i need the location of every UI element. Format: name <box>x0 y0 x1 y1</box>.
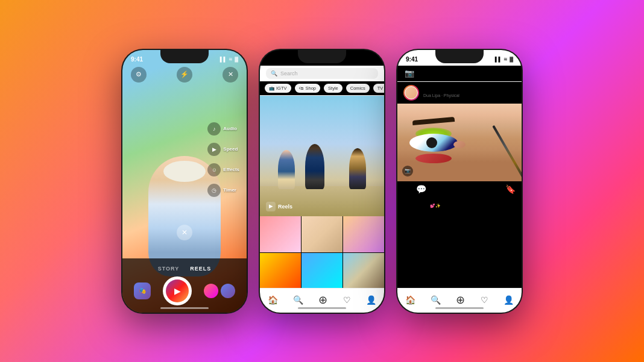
tab-comics[interactable]: Comics <box>346 84 370 93</box>
reels-label: ▶ Reels <box>266 202 292 211</box>
home-indicator-1 <box>160 307 209 309</box>
audio-label: Audio <box>223 126 237 131</box>
camera-header-icon[interactable]: 📷 <box>405 69 414 78</box>
nav-activity-2[interactable]: ♡ <box>343 295 351 305</box>
save-button[interactable]: 🔖 <box>505 184 516 194</box>
comment-button[interactable]: 💬 <box>416 184 426 194</box>
search-placeholder-text: Search <box>280 70 298 76</box>
lips <box>415 154 452 163</box>
grid-cell-6[interactable] <box>343 253 384 288</box>
status-time-3: 9:41 <box>406 56 418 63</box>
post-caption: leticiagomes 💕✨ <box>403 204 516 208</box>
hero-reel[interactable]: ▶ Reels <box>260 96 384 216</box>
grid-cell-1[interactable] <box>260 216 301 252</box>
eye <box>409 134 458 152</box>
username[interactable]: leticiafgomes <box>423 88 459 93</box>
explore-grid: ▶ Reels <box>260 96 384 288</box>
share-button[interactable]: ✈ <box>431 184 438 194</box>
effect-btn-1[interactable] <box>204 284 218 298</box>
shop-icon: 🛍 <box>299 86 304 91</box>
phone-2-explore: 9:41 ▌▌ ≋ ▓ 🔍 Search 📺 IGTV <box>259 49 385 314</box>
header-right-icons: ✈ <box>508 69 514 78</box>
caption-text: 💕✨ <box>430 204 441 208</box>
igtv-icon: 📺 <box>269 86 274 91</box>
reels-shutter-inner: ▶ <box>166 279 189 302</box>
like-button[interactable]: ♡ <box>403 184 411 194</box>
effect-btn-2[interactable] <box>221 284 235 298</box>
post-more-button[interactable]: ... <box>507 88 516 98</box>
grid-cell-5[interactable] <box>301 253 343 288</box>
status-bar-1: 9:41 ▌▌ ≋ ▓ <box>122 50 247 66</box>
reels-icon: ▶ <box>266 202 276 211</box>
caption-username[interactable]: leticiagomes <box>403 204 429 208</box>
nav-home-2[interactable]: 🏠 <box>268 295 278 305</box>
close-icon[interactable]: ✕ <box>223 67 238 83</box>
post-actions: ♡ 💬 ✈ 🔖 <box>397 181 522 197</box>
nav-add-3[interactable]: ⊕ <box>456 293 465 307</box>
phone-1-camera: 9:41 ▌▌ ≋ ▓ ⚙ ⚡ ✕ <box>121 49 248 314</box>
user-avatar[interactable] <box>403 85 419 101</box>
search-icon: 🔍 <box>271 70 277 76</box>
signal-icon-2: ▌▌ <box>358 57 364 62</box>
speed-label: Speed <box>223 146 238 152</box>
post-header: leticiafgomes Dua Lipa · Physical ... <box>397 82 522 104</box>
nav-profile-2[interactable]: 👤 <box>366 295 376 305</box>
pupil <box>426 137 437 148</box>
effects-tool[interactable]: ☺ Effects <box>207 163 239 176</box>
nav-home-3[interactable]: 🏠 <box>405 295 415 305</box>
nav-profile-3[interactable]: 👤 <box>504 295 514 305</box>
tab-igtv[interactable]: 📺 IGTV <box>265 84 291 93</box>
camera-top-icons: ⚙ ⚡ ✕ <box>122 67 247 83</box>
grid-cell-3[interactable] <box>343 216 384 252</box>
likes-text: Liked by kenzoere and others <box>403 197 516 202</box>
nav-search-2[interactable]: 🔍 <box>293 295 303 305</box>
reels-mode-label[interactable]: REELS <box>190 266 211 272</box>
effects-icon: ☺ <box>207 163 221 176</box>
grid-cell-4[interactable] <box>260 253 301 288</box>
audio-tool[interactable]: ♪ Audio <box>207 122 239 136</box>
wifi-icon-3: ≋ <box>504 57 508 62</box>
camera-bottom-bar: STORY REELS 🎭 ▶ <box>122 258 247 313</box>
tab-style[interactable]: Style <box>324 84 343 93</box>
feed-spacer <box>397 210 522 288</box>
tab-shop[interactable]: 🛍 Shop <box>295 84 321 93</box>
timer-icon: ◷ <box>207 184 221 197</box>
post-info: Liked by kenzoere and others leticiagome… <box>397 197 522 210</box>
gallery-button[interactable]: 🎭 <box>134 282 151 299</box>
nav-activity-3[interactable]: ♡ <box>481 295 488 305</box>
post-image: 📷 <box>397 104 522 181</box>
instagram-logo: Instagram <box>442 68 481 79</box>
mini-grid <box>260 216 384 288</box>
flash-icon[interactable]: ⚡ <box>177 67 192 83</box>
filter-tabs: 📺 IGTV 🛍 Shop Style Comics TV & Movie <box>260 81 384 96</box>
post-subtitle: Dua Lipa · Physical <box>423 93 459 98</box>
hero-ground <box>260 186 384 216</box>
speed-tool[interactable]: ▶ Speed <box>207 143 239 156</box>
direct-icon[interactable]: ✈ <box>508 69 514 78</box>
post-camera-icon: 📷 <box>402 166 413 176</box>
nav-add-2[interactable]: ⊕ <box>318 293 327 307</box>
shutter-button[interactable]: ▶ <box>163 276 192 305</box>
status-icons-1: ▌▌ ≋ ▓ <box>220 57 238 62</box>
status-icons-3: ▌▌ ≋ ▓ <box>495 57 513 62</box>
notch-2 <box>298 50 346 63</box>
nav-search-3[interactable]: 🔍 <box>431 295 441 305</box>
hat <box>163 161 206 182</box>
battery-icon-2: ▓ <box>372 57 376 62</box>
wifi-icon-2: ≋ <box>366 57 370 62</box>
camera-screen: 9:41 ▌▌ ≋ ▓ ⚙ ⚡ ✕ <box>122 50 247 313</box>
status-time-2: 9:41 <box>268 56 280 63</box>
notch-3 <box>435 50 484 63</box>
tab-tv-movie[interactable]: TV & Movie <box>373 84 384 93</box>
timer-label: Timer <box>223 187 236 193</box>
discard-button[interactable]: ✕ <box>177 225 192 240</box>
post-user-info: leticiafgomes Dua Lipa · Physical <box>403 85 459 101</box>
timer-tool[interactable]: ◷ Timer <box>207 184 239 197</box>
search-bar[interactable]: 🔍 Search <box>266 68 378 79</box>
instagram-header: 📷 Instagram ✈ <box>397 66 522 82</box>
makeup-image <box>397 104 522 181</box>
home-indicator-2 <box>298 307 346 309</box>
settings-icon[interactable]: ⚙ <box>131 67 147 83</box>
grid-cell-2[interactable] <box>301 216 343 252</box>
story-mode-label[interactable]: STORY <box>158 266 180 272</box>
